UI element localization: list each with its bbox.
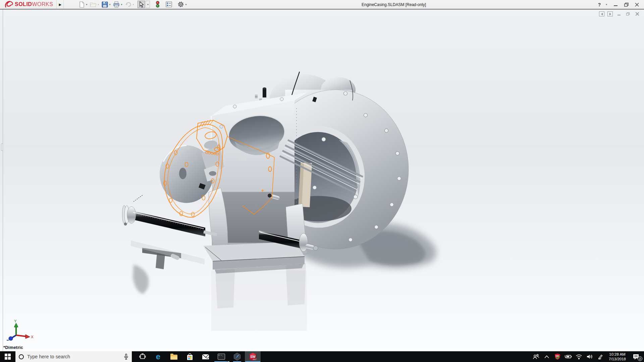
edge-button[interactable]: e [150, 351, 166, 362]
brand-text: SOLIDWORKS [15, 1, 53, 7]
undo-button[interactable]: ▾ [124, 1, 135, 8]
select-tool-caret[interactable]: ▾ [146, 1, 150, 8]
close-button[interactable] [633, 1, 641, 8]
print-icon [113, 1, 120, 8]
restore-button[interactable] [622, 1, 631, 8]
mount-rod-left[interactable] [122, 195, 217, 236]
rebuild-traffic-light-button[interactable] [155, 1, 161, 8]
solidworks-resource-monitor-button[interactable]: SW [552, 351, 562, 362]
windows-ink-button[interactable] [595, 351, 605, 362]
tray-time: 10:28 AM [609, 352, 626, 357]
hexagon-app-button[interactable] [229, 351, 245, 362]
titlebar: SOLIDWORKS ▶ ▾ ▾ [0, 0, 644, 9]
view-orientation-label: *Dimetric [3, 345, 23, 350]
select-tool-button[interactable] [138, 1, 145, 8]
cortana-icon [19, 354, 24, 359]
tray-date: 7/13/2018 [609, 357, 626, 361]
mail-button[interactable] [198, 351, 213, 362]
solidworks-app-icon: SW 2017 [249, 352, 257, 361]
open-document-button[interactable]: ▾ [89, 1, 100, 8]
pane-right-button[interactable] [607, 11, 613, 16]
task-view-icon [139, 353, 146, 360]
command-prompt-button[interactable]: C:\_ [213, 351, 229, 362]
traffic-light-icon [156, 1, 160, 8]
file-explorer-button[interactable] [166, 351, 182, 362]
hexagon-compass-icon [233, 353, 241, 361]
people-icon [533, 354, 539, 360]
store-icon [186, 353, 193, 360]
engine-casing-model[interactable] [0, 9, 644, 351]
power-button[interactable] [563, 351, 573, 362]
command-prompt-icon: C:\_ [218, 354, 225, 360]
file-explorer-icon [170, 355, 177, 360]
sw-shield-check-icon: SW [554, 353, 561, 360]
graphics-viewport[interactable]: Y X *Dimetric [0, 9, 644, 351]
window-controls: ? ▾ [595, 0, 641, 9]
pen-icon [597, 354, 603, 360]
save-button[interactable]: ▾ [101, 1, 111, 8]
new-document-button[interactable]: ▾ [78, 1, 88, 8]
restore-icon [624, 3, 629, 7]
doc-restore-button[interactable] [625, 11, 631, 16]
windows-taskbar: e [0, 351, 644, 362]
task-view-button[interactable] [135, 351, 150, 362]
clock[interactable]: 10:28 AM 7/13/2018 [606, 351, 629, 362]
network-button[interactable] [574, 351, 584, 362]
mail-icon [202, 354, 209, 360]
system-tray: SW [531, 351, 644, 362]
save-floppy-icon [102, 1, 108, 8]
taskbar-search[interactable] [15, 351, 132, 362]
solidworks-taskbar-button[interactable]: SW 2017 [245, 351, 261, 362]
help-caret[interactable]: ▾ [606, 3, 609, 6]
select-cursor-icon [139, 1, 144, 8]
document-window-controls [599, 11, 640, 16]
help-button[interactable]: ? [595, 1, 604, 8]
orientation-triad: Y X [3, 319, 34, 341]
svg-text:2017: 2017 [253, 358, 256, 360]
file-properties-button[interactable] [165, 1, 173, 8]
action-center-button[interactable]: 2 [629, 351, 643, 362]
notification-badge: 2 [638, 356, 642, 361]
wifi-icon [576, 354, 582, 359]
microphone-icon[interactable] [124, 354, 128, 360]
people-button[interactable] [531, 351, 541, 362]
minimize-button[interactable] [611, 1, 620, 8]
window-title: EngineCasing.SLDASM [Read-only] [362, 2, 426, 7]
main-toolbar: ▾ ▾ ▾ [73, 0, 187, 9]
windows-logo-icon [5, 354, 11, 360]
edge-icon: e [156, 353, 160, 361]
doc-close-button[interactable] [634, 11, 640, 16]
undo-arrow-icon [125, 1, 131, 7]
solidworks-logo: SOLIDWORKS [0, 0, 56, 9]
file-properties-icon [166, 1, 172, 7]
open-folder-icon [90, 1, 97, 7]
gear-icon [177, 1, 184, 8]
triad-y-label: Y [14, 319, 17, 323]
close-icon [635, 3, 639, 7]
ds-logo-icon [5, 1, 13, 8]
print-button[interactable]: ▾ [112, 1, 123, 8]
pane-left-button[interactable] [599, 11, 604, 16]
tray-overflow-button[interactable] [542, 351, 552, 362]
triad-x-label: X [31, 335, 34, 339]
store-button[interactable] [182, 351, 198, 362]
volume-button[interactable] [585, 351, 595, 362]
battery-plug-icon [565, 354, 572, 359]
new-document-icon [79, 1, 85, 8]
search-input[interactable] [27, 354, 120, 359]
speaker-icon [586, 354, 593, 359]
solidworks-window: SOLIDWORKS ▶ ▾ ▾ [0, 0, 644, 362]
start-button[interactable] [0, 351, 15, 362]
options-button[interactable]: ▾ [176, 1, 187, 8]
menu-flyout-button[interactable]: ▶ [56, 0, 64, 9]
doc-minimize-button[interactable] [616, 11, 622, 16]
chevron-up-icon [544, 355, 549, 358]
taskbar-apps: e [135, 351, 261, 362]
